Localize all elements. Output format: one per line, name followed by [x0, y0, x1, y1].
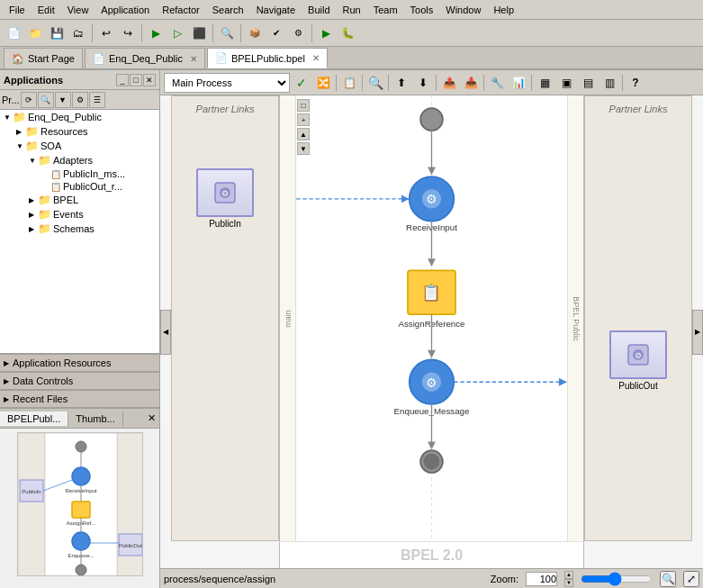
- tab-enq-close[interactable]: ✕: [190, 54, 197, 64]
- bpel-canvas[interactable]: ◀ Partner Links ⚙ PublicIn: [160, 95, 703, 568]
- zoom-out-btn[interactable]: 🔍: [365, 73, 385, 93]
- save-all-btn[interactable]: 🗂: [68, 23, 88, 43]
- down-btn[interactable]: ⬇: [413, 73, 433, 93]
- tree-events[interactable]: ▶ 📁 Events: [0, 207, 159, 222]
- tab-start-page[interactable]: 🏠 Start Page: [4, 48, 83, 68]
- expand-arrow-events[interactable]: ▶: [29, 211, 38, 219]
- debug2-btn[interactable]: 🐛: [338, 23, 357, 43]
- tree-soa[interactable]: ▼ 📁 SOA: [0, 139, 159, 153]
- expand-arrow-soa[interactable]: ▼: [16, 142, 25, 150]
- expand-arrow-bpel[interactable]: ▶: [29, 196, 38, 204]
- menu-file[interactable]: File: [4, 3, 31, 17]
- maximize-btn[interactable]: □: [130, 74, 142, 86]
- thumb-close-btn[interactable]: ✕: [144, 412, 159, 424]
- menu-run[interactable]: Run: [338, 3, 366, 17]
- tree-publicout[interactable]: 📋 PublicOut_r...: [0, 180, 159, 193]
- menu-tools[interactable]: Tools: [405, 3, 439, 17]
- deploy-btn[interactable]: 📦: [245, 23, 265, 43]
- layout-btn1[interactable]: ▦: [535, 73, 554, 93]
- fwd-btn[interactable]: ↪: [118, 23, 138, 43]
- activity-btn[interactable]: 📋: [339, 73, 359, 93]
- back-btn[interactable]: ↩: [96, 23, 116, 43]
- tree-bpel[interactable]: ▶ 📁 BPEL: [0, 193, 159, 207]
- tab-bpel-public[interactable]: 📄 BPELPublic.bpel ✕: [207, 48, 328, 68]
- tab-bpel-close[interactable]: ✕: [312, 53, 320, 63]
- menu-edit[interactable]: Edit: [32, 3, 60, 17]
- public-in-box[interactable]: ⚙ PublicIn: [196, 168, 254, 229]
- menu-view[interactable]: View: [62, 3, 95, 17]
- export-btn[interactable]: 📤: [439, 73, 459, 93]
- run2-btn[interactable]: ▶: [316, 23, 336, 43]
- expand-arrow-resources[interactable]: ▶: [16, 128, 25, 136]
- chart-btn[interactable]: 📊: [509, 73, 528, 93]
- validate-canvas-btn[interactable]: ✓: [292, 73, 311, 93]
- menu-application[interactable]: Application: [95, 3, 155, 17]
- import-btn[interactable]: 📥: [461, 73, 481, 93]
- tree-btn5[interactable]: ☰: [89, 92, 105, 108]
- zoom-slider[interactable]: [581, 572, 653, 586]
- layout-btn2[interactable]: ▣: [556, 73, 576, 93]
- zoom-input[interactable]: [526, 572, 557, 586]
- help-canvas-btn[interactable]: ?: [626, 73, 645, 93]
- menu-refactor[interactable]: Refactor: [157, 3, 205, 17]
- tree-schemas[interactable]: ▶ 📁 Schemas: [0, 222, 159, 236]
- open-btn[interactable]: 📁: [25, 23, 45, 43]
- expand-arrow-root[interactable]: ▼: [4, 113, 13, 122]
- tree-label-soa: SOA: [41, 140, 61, 151]
- zoom-up-btn[interactable]: ▲: [564, 571, 573, 579]
- tree-btn4[interactable]: ⚙: [72, 92, 88, 108]
- settings-btn[interactable]: ⚙: [288, 23, 308, 43]
- flow-add-btn[interactable]: +: [297, 113, 310, 126]
- debug-btn[interactable]: ▷: [167, 23, 187, 43]
- app-resources-section[interactable]: ▶ Application Resources: [0, 354, 159, 372]
- new-btn[interactable]: 📄: [4, 23, 23, 43]
- expand-btn[interactable]: ⤢: [683, 571, 699, 587]
- recent-files-section[interactable]: ▶ Recent Files: [0, 390, 159, 408]
- menu-navigate[interactable]: Navigate: [251, 3, 301, 17]
- tree-btn1[interactable]: ⟳: [21, 92, 37, 108]
- right-collapse-btn[interactable]: ▶: [692, 310, 703, 355]
- menu-window[interactable]: Window: [440, 3, 486, 17]
- flow-up-btn[interactable]: ▲: [297, 128, 310, 140]
- public-out-box[interactable]: ⚙ PublicOut: [609, 330, 667, 391]
- fit-page-btn[interactable]: 🔍: [660, 571, 676, 587]
- tree-publicin[interactable]: 📋 PublicIn_ms...: [0, 167, 159, 180]
- thumb-tab-thumb[interactable]: Thumb...: [68, 412, 122, 426]
- mini-diagram-svg: ReceiveInput AssignRef... Enqueue...: [18, 433, 143, 576]
- svg-text:⚙: ⚙: [426, 375, 437, 390]
- expand-arrow-adapters[interactable]: ▼: [29, 157, 38, 165]
- layout-btn3[interactable]: ▤: [578, 73, 598, 93]
- menu-search[interactable]: Search: [207, 3, 249, 17]
- flow-down-btn[interactable]: ▼: [297, 142, 310, 155]
- layout-btn4[interactable]: ▥: [599, 73, 619, 93]
- flow-controls: □ + ▲ ▼: [296, 95, 311, 541]
- tree-enq-deq-public[interactable]: ▼ 📁 Enq_Deq_Public: [0, 110, 159, 124]
- validate-btn[interactable]: ✔: [266, 23, 286, 43]
- close-panel-btn[interactable]: ✕: [143, 74, 156, 86]
- thumb-tab-bpelpubl[interactable]: BPELPubl...: [0, 412, 68, 426]
- data-controls-section[interactable]: ▶ Data Controls: [0, 372, 159, 390]
- zoom-down-btn[interactable]: ▼: [564, 579, 573, 587]
- left-collapse-btn[interactable]: ◀: [160, 310, 171, 355]
- tree-adapters[interactable]: ▼ 📁 Adapters: [0, 153, 159, 167]
- process-select[interactable]: Main Process: [164, 73, 290, 93]
- svg-text:PublicOut: PublicOut: [118, 543, 141, 548]
- expand-arrow-schemas[interactable]: ▶: [29, 225, 38, 233]
- flow-btn[interactable]: 🔀: [313, 73, 333, 93]
- tree-btn2[interactable]: 🔍: [38, 92, 54, 108]
- stop-btn[interactable]: ⬛: [189, 23, 209, 43]
- search-btn[interactable]: 🔍: [217, 23, 237, 43]
- svg-marker-36: [428, 258, 436, 267]
- tools-btn[interactable]: 🔧: [487, 73, 507, 93]
- menu-team[interactable]: Team: [368, 3, 403, 17]
- tab-enq-deq[interactable]: 📄 Enq_Deq_Public ✕: [85, 48, 205, 68]
- menu-build[interactable]: Build: [302, 3, 335, 17]
- save-btn[interactable]: 💾: [47, 23, 67, 43]
- up-btn[interactable]: ⬆: [392, 73, 411, 93]
- run-btn[interactable]: ▶: [146, 23, 166, 43]
- tree-btn3[interactable]: ▼: [55, 92, 71, 108]
- collapse-flow-btn[interactable]: □: [297, 99, 310, 112]
- tree-resources[interactable]: ▶ 📁 Resources: [0, 124, 159, 139]
- menu-help[interactable]: Help: [488, 3, 519, 17]
- minimize-btn[interactable]: _: [116, 74, 129, 86]
